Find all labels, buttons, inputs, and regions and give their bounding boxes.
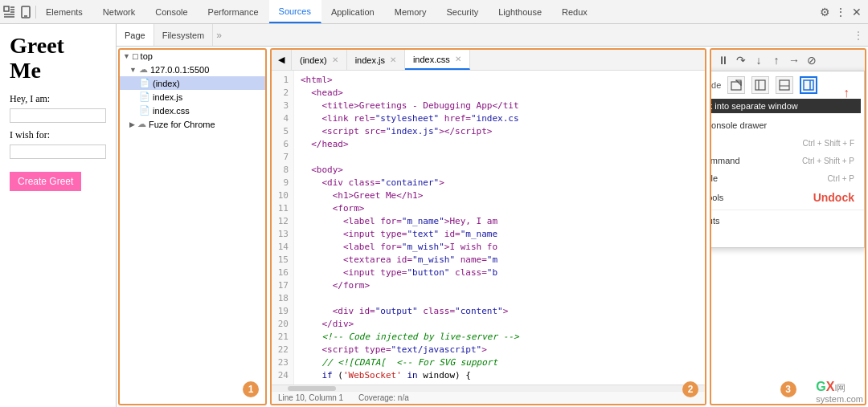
code-line-18 — [301, 292, 698, 305]
close-icon-indexjs[interactable]: ✕ — [390, 55, 396, 64]
tree-chevron-top: ▼ — [123, 52, 130, 60]
code-line-9: <div class="container"> — [301, 177, 698, 189]
tree-item-index[interactable]: 📄 (index) — [120, 76, 265, 90]
file-tab-indexjs-label: index.js — [355, 55, 385, 65]
dock-right-btn[interactable] — [800, 76, 817, 94]
svg-rect-0 — [4, 6, 9, 11]
tab-elements[interactable]: Elements — [36, 0, 93, 23]
menu-shortcuts[interactable]: Shortcuts — [710, 212, 864, 230]
menu-search[interactable]: Search Ctrl + Shift + F — [710, 134, 864, 152]
dock-undock-btn[interactable] — [727, 76, 745, 94]
file-tab-back[interactable]: ◀ — [272, 50, 292, 70]
watermark-g: G — [816, 380, 825, 393]
settings-icon[interactable]: ⚙ — [818, 6, 831, 18]
tree-item-index-label: (index) — [153, 79, 180, 88]
deactivate-breakpoints-btn[interactable]: ⊘ — [805, 53, 819, 67]
dock-side-row: Dock side — [710, 71, 864, 99]
pause-btn[interactable]: ⏸ — [716, 53, 731, 67]
file-tab-indexjs[interactable]: index.js ✕ — [347, 50, 405, 70]
tree-item-fuze[interactable]: ▶ ☁ Fuze for Chrome — [120, 117, 265, 131]
file-tab-indexcss[interactable]: index.css ✕ — [405, 50, 470, 70]
menu-show-console[interactable]: Show console drawer — [710, 116, 864, 134]
close-icon-index[interactable]: ✕ — [332, 55, 338, 64]
tab-lighthouse[interactable]: Lighthouse — [489, 0, 552, 23]
cloud-icon-fuze: ☁ — [137, 119, 146, 129]
inspect-icon[interactable] — [3, 6, 16, 18]
tab-application[interactable]: Application — [321, 0, 385, 23]
tree-item-indexcss[interactable]: 📄 index.css — [120, 104, 265, 117]
panel-menu-btn[interactable]: ⋮ — [849, 30, 868, 41]
menu-run-command-shortcut: Ctrl + Shift + P — [802, 157, 854, 165]
dock-bottom-btn[interactable] — [776, 76, 793, 94]
code-line-21: <!-- Code injected by live-server --> — [301, 331, 698, 344]
more-icon[interactable]: ⋮ — [834, 6, 847, 18]
devtools-top-toolbar: Elements Network Console Performance Sou… — [0, 0, 868, 24]
tab-network[interactable]: Network — [93, 0, 145, 23]
tree-item-top[interactable]: ▼ □ top — [120, 50, 265, 63]
sources-tab-page-label: Page — [125, 31, 145, 40]
tab-performance[interactable]: Performance — [199, 0, 269, 23]
menu-open-file[interactable]: Open file Ctrl + P — [710, 169, 864, 187]
svg-line-9 — [736, 80, 741, 85]
close-icon[interactable]: ✕ — [850, 6, 863, 18]
menu-show-console-label: Show console drawer — [710, 120, 767, 130]
step-into-btn[interactable]: ↓ — [751, 53, 766, 67]
tree-item-indexcss-label: index.css — [153, 106, 190, 116]
code-line-19: <div id="output" class="content"> — [301, 305, 698, 318]
horizontal-scrollbar[interactable] — [272, 385, 705, 391]
file-tab-index[interactable]: (index) ✕ — [292, 50, 347, 70]
menu-more-tools[interactable]: More tools Undock — [710, 187, 864, 208]
watermark-domain: system.com — [816, 394, 863, 404]
tab-security[interactable]: Security — [436, 0, 489, 23]
code-line-12: <label for="m_name">Hey, I am — [301, 215, 698, 228]
menu-more-tools-arrow: Undock — [813, 191, 854, 204]
step-btn[interactable]: → — [787, 53, 801, 67]
tab-memory[interactable]: Memory — [385, 0, 437, 23]
create-greet-button[interactable]: Create Greet — [10, 172, 81, 191]
close-icon-indexcss[interactable]: ✕ — [455, 55, 461, 63]
tab-sources[interactable]: Sources — [269, 0, 321, 23]
file-tree-panel: ▼ □ top ▼ ☁ 127.0.0.1:5500 📄 (index) — [118, 48, 267, 405]
sources-tab-filesystem-label: Filesystem — [162, 31, 205, 40]
tree-item-host-label: 127.0.0.1:5500 — [150, 65, 209, 75]
sources-tab-page[interactable]: Page — [117, 24, 154, 46]
file-icon-index: 📄 — [139, 78, 150, 88]
webpage-input1[interactable] — [10, 108, 106, 123]
footer-coverage: Coverage: n/a — [358, 393, 409, 402]
webpage-input2[interactable] — [10, 144, 106, 159]
code-lines[interactable]: <html> <head> <title>Greetings - Debuggi… — [294, 71, 705, 385]
code-line-24: if ('WebSocket' in window) { — [301, 369, 698, 382]
code-line-23: // <![CDATA[ <-- For SVG support — [301, 356, 698, 369]
menu-help[interactable]: Help — [710, 230, 864, 247]
tree-item-host[interactable]: ▼ ☁ 127.0.0.1:5500 — [120, 63, 265, 76]
code-line-4: <link rel="stylesheet" href="index.cs — [301, 112, 698, 125]
code-line-15: <textarea id="m_wish" name="m — [301, 254, 698, 267]
menu-run-command[interactable]: Run command Ctrl + Shift + P — [710, 152, 864, 169]
annotation-badge-2: 2 — [682, 381, 698, 397]
sources-tabs-bar: Page Filesystem » ⋮ — [117, 24, 868, 47]
code-line-2: <head> — [301, 87, 698, 100]
sources-tab-filesystem[interactable]: Filesystem — [154, 24, 214, 46]
line-numbers: 1 2 3 4 5 6 7 8 9 10 11 12 13 — [272, 71, 294, 385]
file-tab-index-label: (index) — [300, 55, 327, 65]
dock-left-btn[interactable] — [751, 76, 769, 94]
code-line-8: <body> — [301, 164, 698, 177]
device-icon[interactable] — [19, 6, 32, 18]
back-icon: ◀ — [278, 55, 285, 65]
tab-redux[interactable]: Redux — [552, 0, 598, 23]
code-line-11: <form> — [301, 202, 698, 215]
right-panel: ⏸ ↷ ↓ ↑ → ⊘ Dock side — [710, 48, 866, 405]
webpage-title: GreetMe — [10, 34, 106, 83]
annotation-badge-1: 1 — [243, 381, 259, 397]
step-over-btn[interactable]: ↷ — [734, 53, 748, 67]
step-out-btn[interactable]: ↑ — [769, 53, 784, 67]
code-line-13: <input type="text" id="m_name — [301, 228, 698, 241]
tab-console[interactable]: Console — [145, 0, 198, 23]
code-line-10: <h1>Greet Me</h1> — [301, 189, 698, 202]
scrollbar-thumb[interactable] — [288, 386, 336, 391]
code-line-20: </div> — [301, 318, 698, 331]
menu-shortcuts-label: Shortcuts — [710, 216, 719, 226]
more-tabs-btn[interactable]: » — [213, 30, 225, 41]
tree-item-indexjs[interactable]: 📄 index.js — [120, 90, 265, 104]
tooltip-arrow: ↑ — [843, 86, 850, 100]
